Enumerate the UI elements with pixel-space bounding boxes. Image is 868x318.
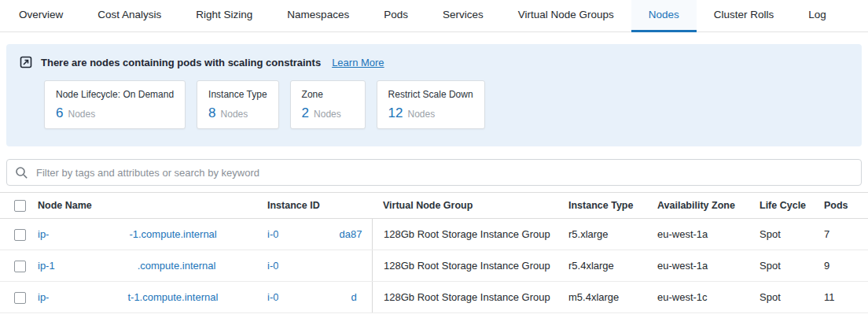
search-input[interactable] bbox=[35, 166, 853, 179]
pods-value: 7 bbox=[824, 228, 868, 240]
scaling-constraint-icon bbox=[19, 55, 33, 69]
cluster-tabbar: Overview Cost Analysis Right Sizing Name… bbox=[0, 0, 868, 32]
instance-type-value: r5.xlarge bbox=[568, 228, 657, 240]
instance-id-link[interactable]: i-0 bbox=[267, 260, 349, 272]
card-count: 8 bbox=[208, 105, 215, 121]
node-name-link[interactable]: ip-t-1.compute.internal bbox=[38, 291, 218, 303]
node-name-link[interactable]: ip-1.compute.internal bbox=[38, 260, 215, 272]
scaling-constraints-banner: There are nodes containing pods with sca… bbox=[6, 44, 862, 146]
tab-cluster-rolls[interactable]: Cluster Rolls bbox=[697, 0, 792, 32]
availability-zone-value: eu-west-1a bbox=[657, 260, 760, 272]
card-title: Node Lifecycle: On Demand bbox=[56, 89, 174, 100]
node-name-suffix: -1.compute.internal bbox=[129, 228, 216, 240]
node-name-prefix: ip- bbox=[38, 228, 49, 240]
redacted-text bbox=[278, 231, 339, 240]
redacted-text bbox=[278, 262, 349, 272]
redacted-text bbox=[49, 294, 127, 303]
pods-value: 11 bbox=[824, 291, 868, 303]
learn-more-link[interactable]: Learn More bbox=[332, 57, 384, 68]
tab-log[interactable]: Log bbox=[791, 0, 844, 32]
card-node-lifecycle[interactable]: Node Lifecycle: On Demand 6 Nodes bbox=[44, 80, 186, 129]
search-icon bbox=[15, 166, 28, 179]
col-life-cycle: Life Cycle bbox=[760, 200, 824, 211]
node-name-prefix: ip- bbox=[38, 291, 49, 303]
virtual-node-group-value: 128Gb Root Storage Instance Group bbox=[372, 282, 568, 312]
card-zone[interactable]: Zone 2 Nodes bbox=[290, 80, 366, 129]
instance-type-value: m5.4xlarge bbox=[568, 291, 657, 303]
card-count: 12 bbox=[388, 105, 403, 121]
filter-searchbox bbox=[6, 159, 862, 186]
table-row: ip--1.compute.internal i-0da87 128Gb Roo… bbox=[0, 219, 868, 250]
availability-zone-value: eu-west-1a bbox=[657, 228, 760, 240]
virtual-node-group-value: 128Gb Root Storage Instance Group bbox=[372, 250, 568, 281]
tab-services[interactable]: Services bbox=[425, 0, 501, 32]
card-unit: Nodes bbox=[68, 109, 95, 120]
node-name-link[interactable]: ip--1.compute.internal bbox=[38, 228, 217, 240]
life-cycle-value: Spot bbox=[760, 260, 824, 272]
node-name-suffix: .compute.internal bbox=[138, 260, 216, 272]
instance-id-suffix: d bbox=[351, 291, 356, 303]
pods-value: 9 bbox=[824, 260, 868, 272]
instance-id-link[interactable]: i-0d bbox=[267, 291, 357, 303]
instance-type-value: r5.4xlarge bbox=[568, 260, 657, 272]
tab-cost-analysis[interactable]: Cost Analysis bbox=[80, 0, 178, 32]
row-checkbox[interactable] bbox=[14, 292, 26, 304]
redacted-text bbox=[49, 231, 129, 240]
card-title: Instance Type bbox=[208, 89, 267, 100]
col-node-name: Node Name bbox=[38, 200, 267, 211]
row-checkbox[interactable] bbox=[14, 229, 26, 241]
tab-pods[interactable]: Pods bbox=[366, 0, 425, 32]
col-availability-zone: Availability Zone bbox=[657, 200, 760, 211]
life-cycle-value: Spot bbox=[760, 291, 824, 303]
life-cycle-value: Spot bbox=[760, 228, 824, 240]
table-row: ip-1.compute.internal i-0 128Gb Root Sto… bbox=[0, 250, 868, 282]
virtual-node-group-value: 128Gb Root Storage Instance Group bbox=[372, 219, 568, 250]
table-row: ip-t-1.compute.internal i-0d 128Gb Root … bbox=[0, 282, 868, 313]
node-name-prefix: ip-1 bbox=[38, 260, 55, 272]
card-unit: Nodes bbox=[314, 109, 341, 120]
card-title: Restrict Scale Down bbox=[388, 89, 473, 100]
constraint-cards: Node Lifecycle: On Demand 6 Nodes Instan… bbox=[44, 80, 849, 129]
nodes-table: Node Name Instance ID Virtual Node Group… bbox=[0, 192, 868, 313]
node-name-suffix: t-1.compute.internal bbox=[127, 291, 218, 303]
instance-id-prefix: i-0 bbox=[267, 291, 278, 303]
tab-right-sizing[interactable]: Right Sizing bbox=[178, 0, 270, 32]
col-virtual-node-group: Virtual Node Group bbox=[372, 200, 568, 211]
col-instance-type: Instance Type bbox=[568, 200, 657, 211]
redacted-text bbox=[278, 294, 351, 303]
tab-namespaces[interactable]: Namespaces bbox=[270, 0, 366, 32]
card-count: 2 bbox=[302, 105, 309, 121]
card-title: Zone bbox=[302, 89, 354, 100]
redacted-text bbox=[55, 262, 138, 272]
select-all-checkbox[interactable] bbox=[14, 200, 26, 212]
tab-overview[interactable]: Overview bbox=[2, 0, 80, 32]
banner-message: There are nodes containing pods with sca… bbox=[41, 57, 321, 68]
row-checkbox[interactable] bbox=[14, 261, 26, 272]
availability-zone-value: eu-west-1c bbox=[657, 291, 760, 303]
card-count: 6 bbox=[56, 105, 63, 121]
card-unit: Nodes bbox=[408, 109, 436, 120]
instance-id-prefix: i-0 bbox=[267, 228, 278, 240]
tab-nodes[interactable]: Nodes bbox=[631, 0, 697, 32]
instance-id-link[interactable]: i-0da87 bbox=[267, 228, 362, 240]
instance-id-suffix: da87 bbox=[339, 228, 362, 240]
card-restrict-scale-down[interactable]: Restrict Scale Down 12 Nodes bbox=[377, 80, 485, 129]
tab-virtual-node-groups[interactable]: Virtual Node Groups bbox=[501, 0, 631, 32]
card-unit: Nodes bbox=[221, 109, 248, 120]
table-header: Node Name Instance ID Virtual Node Group… bbox=[0, 192, 868, 219]
instance-id-prefix: i-0 bbox=[267, 260, 278, 272]
col-instance-id: Instance ID bbox=[267, 200, 372, 211]
card-instance-type[interactable]: Instance Type 8 Nodes bbox=[197, 80, 279, 129]
col-pods: Pods bbox=[824, 200, 868, 211]
